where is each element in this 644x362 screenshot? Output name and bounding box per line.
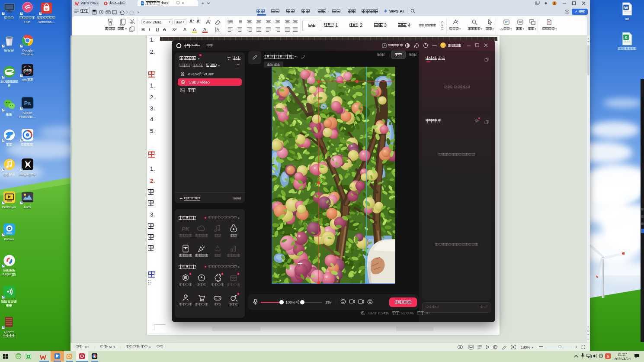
svg-text:W: W — [141, 2, 144, 4]
svg-text:Ps: Ps — [24, 100, 30, 107]
svg-text:e: e — [45, 6, 48, 11]
svg-text:PK: PK — [182, 226, 190, 232]
svg-text:OBS: OBS — [24, 68, 31, 72]
svg-text:S: S — [625, 35, 628, 40]
svg-text:W: W — [624, 5, 628, 10]
